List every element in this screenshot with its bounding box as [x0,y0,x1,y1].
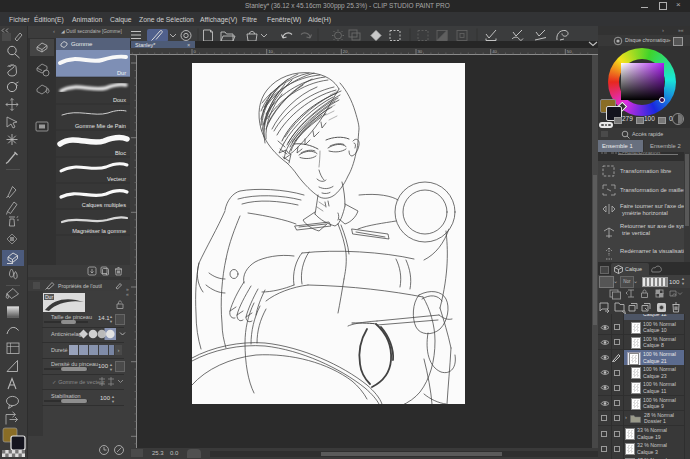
svg-text:Doux: Doux [113,97,126,103]
svg-text:Retourner sur axe de symé: Retourner sur axe de symé [620,223,690,229]
svg-text:20: 20 [343,49,348,54]
svg-text:10: 10 [268,49,273,54]
svg-text:Faire tourner sur l'axe de s: Faire tourner sur l'axe de s [620,203,689,209]
svg-text:trie vertical: trie vertical [622,230,650,236]
svg-text:30: 30 [418,49,423,54]
svg-text:Redémarrer la visualisation: Redémarrer la visualisation [620,248,690,254]
svg-text:Transformation de mailles: Transformation de mailles [620,187,687,193]
svg-text:Gomme Mie de Pain: Gomme Mie de Pain [75,123,126,129]
svg-text:Magnétiser la gomme: Magnétiser la gomme [72,228,126,234]
svg-text:40: 40 [492,49,497,54]
svg-text:Calques multiples: Calques multiples [82,202,126,208]
svg-text:Transformation libre: Transformation libre [620,168,671,174]
svg-text:50: 50 [567,49,572,54]
svg-text:0: 0 [194,49,197,54]
svg-text:Vecteur: Vecteur [107,176,126,182]
svg-text:ymétrie horizontal: ymétrie horizontal [622,210,668,216]
svg-text:Dur: Dur [117,70,126,76]
svg-text:Bloc: Bloc [115,150,126,156]
